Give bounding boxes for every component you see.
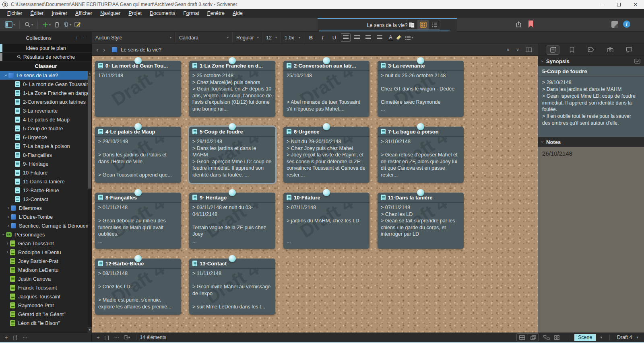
binder-item-7-la-bague-a-poison[interactable]: 7-La bague à poison [0, 142, 88, 150]
binder-item-dilemmes[interactable]: ›Dilemmes [0, 203, 88, 212]
add-item-button[interactable]: ▾ [41, 22, 52, 28]
image-icon[interactable] [634, 59, 640, 64]
next-document-button[interactable]: ∨ [516, 47, 519, 52]
binder-item-6-urgence[interactable]: 6-Urgence [0, 133, 88, 142]
nav-back-button[interactable]: ‹ [92, 46, 103, 53]
notes-text[interactable]: 26/10/2148 [538, 147, 644, 333]
add-doc-button[interactable] [102, 335, 112, 340]
scrollbar-thumb[interactable] [88, 76, 91, 189]
chevron-right-icon[interactable]: › [5, 250, 10, 255]
freeform-arrange-button[interactable] [543, 335, 550, 340]
share-button[interactable] [515, 21, 522, 29]
menu-fenetre[interactable]: Fenêtre [203, 10, 229, 16]
index-card-2-conversation-aux-latr[interactable]: Draft 42-Conversation aux latr...25/10/2… [283, 61, 369, 117]
binder-item-personnages[interactable]: ›Personnages [0, 230, 88, 239]
binder-item-8-fiancailles[interactable]: 8-Fiançailles [0, 150, 88, 159]
synopsis-card[interactable]: 5-Coup de foudre > 29/10/2148 > Dans les… [538, 66, 644, 137]
trash-button[interactable] [52, 21, 62, 28]
binder-item-le-sens-de-la-vie[interactable]: ›Le sens de la vie? [0, 71, 88, 80]
corkboard[interactable]: Draft 40- La mort de Gean Tou...17/11/21… [92, 56, 538, 333]
label-group-dropdown-icon[interactable]: ▾ [636, 335, 638, 339]
chevron-right-icon[interactable]: › [6, 214, 11, 219]
binder-item-4-le-palais-de-maup[interactable]: 4-Le palais de Maup [0, 115, 88, 124]
binder-item-9-heritage[interactable]: 9- Héritage [0, 159, 88, 168]
chevron-down-icon[interactable]: › [4, 73, 8, 78]
binder-item-1-la-zone-franche-en-danger[interactable]: 1-La Zone Franche en danger [0, 88, 88, 97]
inspector-bookmarks-tab[interactable] [566, 45, 578, 55]
menu-projet[interactable]: Projet [124, 10, 146, 16]
remove-collection-button[interactable]: − [80, 35, 88, 41]
align-left-button[interactable] [341, 33, 351, 42]
index-card-1-la-zone-franche-en-d[interactable]: Draft 41-La Zone Franche en d...> 25 oct… [189, 61, 275, 117]
corkboard-view-button[interactable] [417, 20, 429, 29]
binder-item-franck-toussaint[interactable]: Franck Toussaint [0, 283, 88, 292]
index-card-9-heritage[interactable]: Draft 49- Héritage> 03/11/2148 et nuit d… [189, 193, 275, 249]
binder-item-12-barbe-bleue[interactable]: 12-Barbe-Bleue [0, 186, 88, 195]
previous-document-button[interactable]: ∧ [506, 47, 510, 52]
add-collection-button[interactable]: + [73, 35, 80, 41]
binder-item-2-conversation-aux-latrines[interactable]: 2-Conversation aux latrines [0, 97, 88, 106]
binder-item-11-dans-la-taniere[interactable]: 11-Dans la tanière [0, 177, 88, 186]
index-card-8-fiancailles[interactable]: Draft 48-Fiançailles> 01/11/2148 > Gean … [95, 193, 181, 249]
synopsis-text[interactable]: > 29/10/2148 > Dans les jardins et dans … [538, 76, 644, 137]
compose-note-button[interactable] [73, 21, 83, 28]
line-spacing-select[interactable]: 1.0x▾ [281, 32, 304, 43]
inspector-comments-tab[interactable] [623, 45, 636, 55]
chevron-right-icon[interactable]: › [5, 241, 10, 246]
minimize-button[interactable]: – [593, 0, 610, 9]
inspector-keywords-tab[interactable] [584, 45, 597, 55]
search-button[interactable]: ▾ [23, 21, 35, 28]
collection-idees-pour-le-plan[interactable]: Idées pour le plan [0, 44, 92, 53]
binder-item-leon-dit-le-bison[interactable]: Léon dit "le Bison" [0, 318, 88, 327]
menu-editer[interactable]: Éditer [27, 10, 48, 16]
binder-item-0-la-mort-de-gean-toussaint[interactable]: 0- La mort de Gean Toussaint [0, 80, 88, 88]
inspector-snapshots-tab[interactable] [604, 45, 617, 55]
binder-item-rodolphe-ledentu[interactable]: ›Rodolphe LeDentu [0, 248, 88, 257]
index-card-0-la-mort-de-gean-tou[interactable]: Draft 40- La mort de Gean Tou...17/11/21… [95, 61, 181, 117]
maximize-button[interactable] [610, 0, 627, 9]
chevron-right-icon[interactable]: › [6, 223, 11, 228]
binder-item-gean-toussaint[interactable]: ›Gean Toussaint [0, 239, 88, 248]
inspector-notes-tab[interactable] [547, 45, 559, 55]
binder-item-sacrifice-carnage-denouem[interactable]: ›Sacrifice, Carnage & Dénouem... [0, 221, 88, 230]
notes-section-header[interactable]: › Notes [538, 137, 644, 147]
font-size-select[interactable]: 12▾ [262, 32, 281, 43]
outline-view-button[interactable] [429, 20, 440, 29]
add-card-button[interactable]: + [94, 335, 102, 340]
menu-naviguer[interactable]: Naviguer [96, 10, 124, 16]
menu-fichier[interactable]: Fichier [3, 10, 27, 16]
binder-item-madison-ledentu[interactable]: Madison LeDentu [0, 265, 88, 274]
underline-button[interactable]: U [329, 35, 339, 41]
index-card-12-barbe-bleue[interactable]: Draft 412-Barbe-Bleue> 08/11/2148 > Chez… [95, 259, 181, 315]
index-card-7-la-bague-a-poison[interactable]: Draft 47-La bague à poison> 31/10/2148 >… [378, 127, 464, 183]
font-select[interactable]: Candara▾ [175, 32, 233, 43]
bold-button[interactable]: B [306, 35, 316, 41]
nav-forward-button[interactable]: › [103, 46, 110, 53]
grid-arrange-button[interactable] [554, 335, 559, 340]
more-actions-button[interactable]: ⋯ [112, 335, 122, 340]
scroll-up-icon[interactable]: ▲ [88, 71, 92, 76]
highlighter-button[interactable] [396, 35, 401, 40]
synopsis-section-header[interactable]: › Synopsis [538, 56, 644, 66]
list-format-button[interactable]: ▾ [405, 35, 413, 40]
menu-inserer[interactable]: Insérer [47, 10, 71, 16]
export-button[interactable] [122, 335, 133, 340]
index-card-11-dans-la-taniere[interactable]: Draft 411-Dans la tanière> 07/11/2148 > … [378, 193, 464, 249]
menu-documents[interactable]: Documents [146, 10, 179, 16]
index-card-13-contact[interactable]: Draft 413-Contact> 11/11/2148 > Gean inv… [189, 259, 275, 315]
index-card-10-filature[interactable]: Draft 410-Filature> 07/11/2148 > jardins… [283, 193, 369, 249]
binder-item-justin-canova[interactable]: Justin Canova [0, 274, 88, 283]
index-card-6-urgence[interactable]: Draft 46-Urgence> Nuit du 29-30/10/2148 … [283, 127, 369, 183]
chevron-down-icon[interactable]: › [1, 232, 6, 237]
chevron-right-icon[interactable]: › [6, 205, 11, 210]
index-card-4-le-palais-de-maup[interactable]: Draft 44-Le palais de Maup> 29/10/2148 >… [95, 127, 181, 183]
label-group[interactable]: Draft 4 [617, 335, 632, 340]
binder-scrollbar[interactable]: ▲ ▼ [88, 71, 92, 333]
document-view-button[interactable] [406, 20, 417, 29]
compose-mode-button[interactable] [611, 21, 618, 28]
attach-button[interactable]: ▾ [62, 21, 73, 28]
section-type-dropdown-icon[interactable]: ▾ [600, 335, 602, 339]
binder-item-10-filature[interactable]: 10-Filature [0, 168, 88, 177]
menu-aide[interactable]: Aide [229, 10, 247, 16]
collection-resultats-de-recherche[interactable]: Résultats de recherche [0, 53, 92, 62]
